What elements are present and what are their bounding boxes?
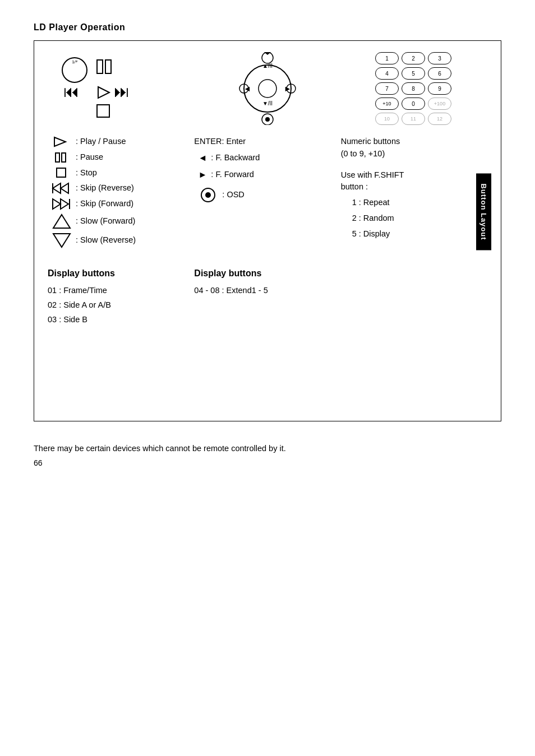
slow-reverse-icon (48, 233, 76, 248)
enter-desc: ENTER: Enter (194, 136, 335, 148)
svg-rect-7 (97, 105, 109, 117)
num-btn-0[interactable]: 0 (402, 98, 425, 110)
svg-point-16 (265, 117, 270, 122)
display-left-title: Display buttons (48, 268, 194, 279)
pause-icon (48, 152, 76, 163)
center-controls-diagram: ▲/II ◄ ► ▼/II (211, 52, 324, 125)
pause-desc: : Pause (48, 151, 188, 164)
num-btn-plus10[interactable]: +10 (375, 98, 399, 110)
svg-marker-31 (53, 234, 70, 247)
num-btn-2[interactable]: 2 (402, 52, 425, 64)
main-content-box: 1/ᵠ ⏮ ⏭ (34, 40, 501, 421)
svg-rect-21 (56, 153, 59, 162)
display-left-item-1: 01 : Frame/Time (48, 283, 194, 298)
svg-marker-30 (53, 215, 70, 228)
page-title: LD Player Operation (34, 22, 501, 33)
f-backward-desc: ◄ : F. Backward (194, 151, 335, 165)
descriptions-section: : Play / Pause : Pause (48, 136, 487, 252)
fshift-title: Use with F.SHIFTbutton : (341, 169, 482, 194)
slow-reverse-desc: : Slow (Reverse) (48, 233, 188, 248)
osd-desc: : OSD (194, 187, 335, 203)
display-col-right: Display buttons 04 - 08 : Extend1 - 5 (194, 268, 340, 327)
svg-rect-22 (62, 153, 66, 162)
slow-forward-icon (48, 214, 76, 229)
display-col-spacer (341, 268, 487, 327)
slow-forward-desc: : Slow (Forward) (48, 214, 188, 229)
desc-col-3: Numeric buttons(0 to 9, +10) Use with F.… (341, 136, 487, 252)
display-col-left: Display buttons 01 : Frame/Time 02 : Sid… (48, 268, 194, 327)
svg-rect-3 (105, 60, 111, 73)
stop-desc: : Stop (48, 167, 188, 179)
osd-icon (194, 187, 222, 203)
svg-marker-20 (54, 137, 66, 146)
svg-text:1/ᵠ: 1/ᵠ (72, 59, 78, 64)
svg-point-12 (259, 80, 276, 98)
skip-reverse-desc: : Skip (Reverse) (48, 182, 188, 194)
fshift-repeat: 1 : Repeat (341, 197, 482, 209)
num-btn-7[interactable]: 7 (375, 82, 399, 95)
svg-text:▼/II: ▼/II (262, 100, 273, 106)
svg-marker-25 (53, 183, 61, 193)
display-left-item-2: 02 : Side A or A/B (48, 298, 194, 312)
num-btn-11[interactable]: 11 (402, 113, 425, 125)
skip-reverse-icon (48, 182, 76, 194)
fshift-random: 2 : Random (341, 212, 482, 225)
svg-text:⏭: ⏭ (114, 83, 130, 100)
display-buttons-section: Display buttons 01 : Frame/Time 02 : Sid… (48, 268, 487, 327)
num-btn-4[interactable]: 4 (375, 67, 399, 80)
svg-rect-23 (57, 168, 66, 177)
numeric-buttons-title: Numeric buttons(0 to 9, +10) (341, 136, 482, 160)
page-number: 66 (34, 458, 501, 467)
numeric-grid: 1 2 3 4 5 6 7 8 9 +10 0 +100 10 (375, 52, 487, 125)
display-left-item-3: 03 : Side B (48, 312, 194, 327)
footer-note: There may be certain devices which canno… (34, 444, 501, 453)
play-icon (48, 136, 76, 147)
svg-point-33 (205, 192, 211, 198)
skip-forward-desc: : Skip (Forward) (48, 198, 188, 210)
svg-marker-27 (53, 199, 61, 209)
stop-icon (48, 167, 76, 178)
num-btn-6[interactable]: 6 (428, 67, 451, 80)
right-controls-diagram: 1 2 3 4 5 6 7 8 9 +10 0 +100 10 (375, 52, 487, 125)
f-backward-icon: ◄ (194, 151, 211, 165)
play-pause-desc: : Play / Pause (48, 136, 188, 148)
desc-col-1: : Play / Pause : Pause (48, 136, 194, 252)
skip-forward-icon (48, 198, 76, 210)
diagram-area: 1/ᵠ ⏮ ⏭ (48, 52, 487, 127)
svg-marker-5 (98, 87, 109, 98)
sidebar-tab: Button Layout (476, 174, 491, 251)
num-btn-1[interactable]: 1 (375, 52, 399, 64)
desc-col-2: ENTER: Enter ◄ : F. Backward ► : F. Forw… (194, 136, 340, 252)
left-controls-diagram: 1/ᵠ ⏮ ⏭ (48, 52, 160, 127)
f-forward-icon: ► (194, 168, 211, 182)
num-btn-10[interactable]: 10 (375, 113, 399, 125)
num-btn-9[interactable]: 9 (428, 82, 451, 95)
svg-marker-26 (61, 183, 68, 193)
num-btn-plus100[interactable]: +100 (428, 98, 451, 110)
num-btn-3[interactable]: 3 (428, 52, 451, 64)
f-forward-desc: ► : F. Forward (194, 168, 335, 182)
svg-marker-28 (61, 199, 68, 209)
fshift-display: 5 : Display (341, 228, 482, 240)
svg-rect-2 (97, 60, 103, 73)
num-btn-12[interactable]: 12 (428, 113, 451, 125)
display-right-title: Display buttons (194, 268, 340, 279)
svg-text:▲/II: ▲/II (262, 63, 273, 69)
display-right-item-1: 04 - 08 : Extend1 - 5 (194, 283, 340, 298)
svg-text:⏮: ⏮ (63, 83, 79, 100)
num-btn-8[interactable]: 8 (402, 82, 425, 95)
num-btn-5[interactable]: 5 (402, 67, 425, 80)
svg-marker-19 (264, 52, 271, 55)
